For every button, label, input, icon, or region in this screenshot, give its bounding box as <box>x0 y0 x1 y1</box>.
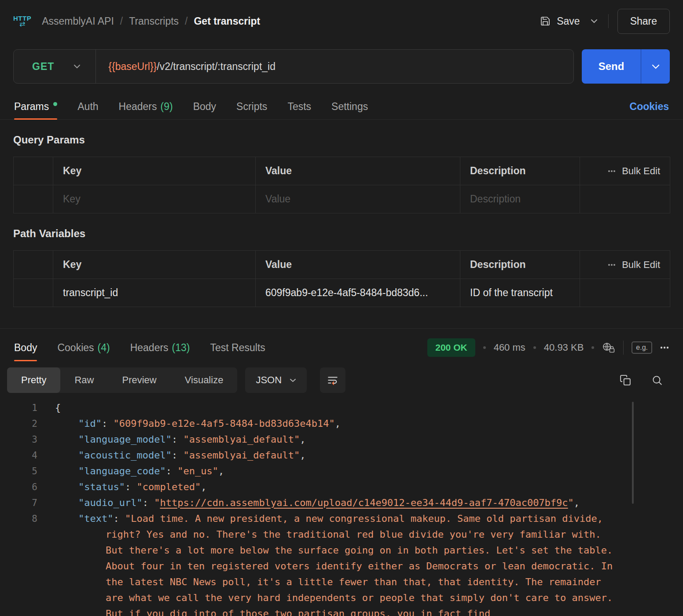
column-header-key: Key <box>53 157 256 185</box>
bulk-edit-cell: Bulk Edit <box>580 251 670 279</box>
response-tab-test-results[interactable]: Test Results <box>210 329 265 367</box>
line-number: 5 <box>0 463 37 479</box>
table-header-row: Key Value Description Bulk Edit <box>14 157 670 185</box>
tab-params-label: Params <box>14 101 49 113</box>
column-header-description: Description <box>460 157 580 185</box>
meta-dot-separator <box>591 346 594 349</box>
value-input[interactable]: 609f9ab9-e12e-4af5-8484-bd83d6... <box>256 279 460 307</box>
url-input[interactable]: {{baseUrl}}/v2/transcript/:transcript_id <box>96 61 275 73</box>
tab-settings[interactable]: Settings <box>331 94 368 119</box>
line-number: 1 <box>0 400 37 416</box>
send-button[interactable]: Send <box>582 49 641 84</box>
response-tab-cookies-label: Cookies <box>57 342 94 354</box>
http-request-icon: HTTP ⇄ <box>13 15 31 28</box>
description-input[interactable]: ID of the transcript <box>460 279 580 307</box>
response-tabs: Body Cookies (4) Headers (13) Test Resul… <box>0 329 683 367</box>
share-button[interactable]: Share <box>617 9 670 34</box>
bulk-edit-button[interactable]: Bulk Edit <box>590 259 660 271</box>
response-cookies-count: (4) <box>98 342 110 354</box>
path-variables-table: Key Value Description Bulk Edit transcri… <box>13 250 670 307</box>
code-line-text: "audio_url": "https://cdn.assemblyai.com… <box>55 495 580 511</box>
line-number: 8 <box>0 511 37 616</box>
url-variable: {{baseUrl}} <box>108 61 157 72</box>
tab-body[interactable]: Body <box>193 94 216 119</box>
response-tab-cookies[interactable]: Cookies (4) <box>57 329 110 367</box>
wrap-line-toggle[interactable] <box>320 367 345 393</box>
column-header-value: Value <box>256 157 460 185</box>
search-response-icon[interactable] <box>651 374 663 386</box>
tab-headers-count: (9) <box>161 101 173 113</box>
network-globe-lock-icon[interactable] <box>602 342 615 353</box>
code-line-text: "status": "completed", <box>55 479 206 495</box>
tab-body-label: Body <box>193 101 216 113</box>
bulk-edit-button[interactable]: Bulk Edit <box>590 165 660 177</box>
tab-params[interactable]: Params <box>14 94 57 119</box>
example-badge[interactable]: e.g. <box>632 341 652 354</box>
meta-dot-separator <box>483 346 486 349</box>
column-header-value: Value <box>256 251 460 279</box>
send-options-chevron-down-icon[interactable] <box>641 49 670 84</box>
row-handle-column <box>14 157 53 185</box>
breadcrumb-separator: / <box>185 15 187 27</box>
method-chevron-down-icon <box>73 64 81 69</box>
response-tab-headers[interactable]: Headers (13) <box>130 329 190 367</box>
code-scrollbar-thumb[interactable] <box>632 402 634 504</box>
response-tab-body[interactable]: Body <box>14 329 37 367</box>
save-label: Save <box>557 15 580 27</box>
cookies-link[interactable]: Cookies <box>630 94 669 119</box>
code-line-text: "text": "Load time. A new president, a n… <box>55 511 614 616</box>
table-header-row: Key Value Description Bulk Edit <box>14 251 670 279</box>
breadcrumb: AssemblyAI API / Transcripts / Get trans… <box>42 15 260 27</box>
tab-scripts[interactable]: Scripts <box>236 94 267 119</box>
row-handle <box>14 185 53 213</box>
view-pretty-button[interactable]: Pretty <box>7 367 60 393</box>
breadcrumb-folder[interactable]: Transcripts <box>129 15 179 27</box>
tab-auth[interactable]: Auth <box>77 94 98 119</box>
method-label: GET <box>32 61 54 73</box>
save-options-chevron-down-icon[interactable] <box>589 16 599 26</box>
request-tabs: Params Auth Headers (9) Body Scripts Tes… <box>0 94 683 120</box>
breadcrumb-separator: / <box>120 15 123 27</box>
meta-divider <box>623 341 624 355</box>
view-raw-button[interactable]: Raw <box>60 367 108 393</box>
topbar-divider <box>608 14 609 28</box>
more-options-icon <box>608 264 616 266</box>
code-line: 7 "audio_url": "https://cdn.assemblyai.c… <box>0 495 683 511</box>
key-input[interactable]: transcript_id <box>53 279 256 307</box>
code-line-text: "acoustic_model": "assemblyai_default", <box>55 447 306 463</box>
tab-headers[interactable]: Headers (9) <box>119 94 173 119</box>
response-toolbar: Pretty Raw Preview Visualize JSON <box>0 367 683 393</box>
method-dropdown[interactable]: GET <box>14 50 95 83</box>
code-line-text: { <box>55 400 61 416</box>
bulk-edit-cell: Bulk Edit <box>580 157 670 185</box>
value-input[interactable]: Value <box>256 185 460 213</box>
line-number: 2 <box>0 416 37 432</box>
view-mode-segmented-control: Pretty Raw Preview Visualize <box>7 367 237 393</box>
line-number: 6 <box>0 479 37 495</box>
meta-dot-separator <box>533 346 536 349</box>
tab-settings-label: Settings <box>331 101 368 113</box>
response-headers-count: (13) <box>172 342 190 354</box>
code-line: 4 "acoustic_model": "assemblyai_default"… <box>0 447 683 463</box>
view-visualize-button[interactable]: Visualize <box>171 367 238 393</box>
line-number: 7 <box>0 495 37 511</box>
response-size: 40.93 KB <box>544 342 584 353</box>
view-preview-button[interactable]: Preview <box>108 367 170 393</box>
row-actions <box>580 279 670 307</box>
copy-response-icon[interactable] <box>620 374 631 386</box>
line-number: 3 <box>0 432 37 447</box>
tab-tests[interactable]: Tests <box>287 94 311 119</box>
tab-auth-label: Auth <box>77 101 98 113</box>
format-dropdown[interactable]: JSON <box>245 367 307 393</box>
response-more-options-icon[interactable] <box>660 346 669 349</box>
breadcrumb-collection[interactable]: AssemblyAI API <box>42 15 114 27</box>
response-tab-body-label: Body <box>14 342 37 354</box>
query-param-empty-row: Key Value Description <box>14 185 670 213</box>
code-line-text: "id": "609f9ab9-e12e-4af5-8484-bd83d63e4… <box>55 416 341 432</box>
format-dropdown-label: JSON <box>256 374 282 386</box>
save-icon <box>540 16 551 26</box>
save-button[interactable]: Save <box>540 15 580 27</box>
description-input[interactable]: Description <box>460 185 580 213</box>
key-input[interactable]: Key <box>53 185 256 213</box>
response-body-code: 1{2 "id": "609f9ab9-e12e-4af5-8484-bd83d… <box>0 400 683 616</box>
